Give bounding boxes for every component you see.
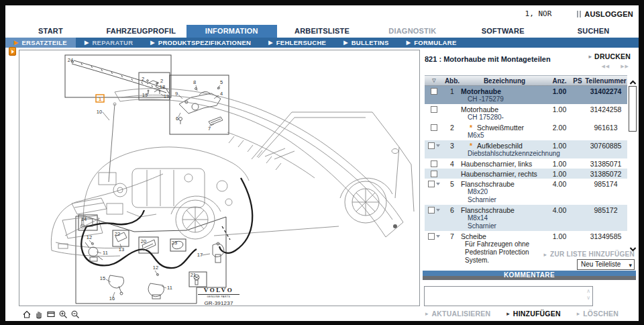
row-part-number: 31402274	[584, 87, 627, 103]
print-arrow-icon: ▸	[589, 53, 592, 60]
action-button-hinzufügen[interactable]: ▸HINZUFÜGEN	[506, 310, 560, 318]
diagram-callout-11: 11	[167, 285, 172, 291]
table-row[interactable]: 5FlanschschraubeM8x20Scharnier4.00985174	[425, 179, 627, 205]
row-name: Haubenscharnier, rechts	[461, 170, 537, 178]
row-select-cell	[425, 180, 443, 204]
subnav-item-formulare[interactable]: ▶FORMULARE	[398, 38, 466, 48]
table-row[interactable]: 6FlanschschraubeM8x14Scharnier4.00985172	[425, 205, 627, 231]
add-to-list-button[interactable]: ▸ ZUR LISTE HINZUFÜGEN	[543, 250, 635, 258]
row-checkbox[interactable]	[431, 106, 437, 113]
table-scrollbar[interactable]	[628, 75, 638, 250]
nav-item-software[interactable]: SOFTWARE	[458, 25, 548, 38]
nav-item-arbeitsliste[interactable]: ARBEITSLISTE	[277, 25, 368, 38]
diagram-callout-8: 8	[193, 79, 196, 85]
subnav-item-label: FEHLERSUCHE	[276, 39, 327, 46]
nav-item-fahrzeugprofil[interactable]: FAHRZEUGPROFIL	[96, 25, 186, 38]
fit-window-icon[interactable]	[46, 309, 56, 319]
pan-hand-icon[interactable]	[34, 309, 44, 319]
row-checkbox[interactable]	[431, 160, 437, 167]
row-qty: 1.00	[548, 170, 571, 178]
logout-button[interactable]: AUSLOGGEN	[577, 10, 633, 18]
row-select-cell	[425, 170, 443, 178]
row-checkbox[interactable]	[431, 171, 437, 177]
nav-item-suchen[interactable]: SUCHEN	[548, 25, 639, 38]
subnav-item-label: REPARATUR	[92, 39, 133, 46]
action-button-löschen[interactable]: ▸LÖSCHEN	[577, 310, 619, 318]
scroll-thumb[interactable]	[629, 86, 637, 132]
table-row[interactable]: 3*AufklebeschildDiebstahlschutzkennzeich…	[425, 140, 627, 158]
zoom-out-icon[interactable]	[70, 309, 80, 319]
add-to-list-label: ZUR LISTE HINZUFÜGEN	[550, 250, 635, 258]
subnav-arrow-icon: ▶	[14, 38, 18, 48]
diagram-callout-15: 15	[100, 275, 105, 281]
diagram-callout-7: 7	[208, 126, 211, 132]
diagram-callout-18: 18	[160, 84, 165, 90]
sort-icon[interactable]: ▽	[425, 78, 443, 83]
row-name: Aufklebeschild	[477, 142, 523, 150]
home-icon[interactable]	[21, 309, 32, 319]
subnav-arrow-icon: ▶	[150, 38, 154, 48]
row-qty: 1.00	[548, 232, 571, 265]
col-header-ps: PS	[571, 77, 584, 85]
volvo-logo: VOLVO GENUINE PARTS GR-391237	[198, 287, 239, 306]
main-nav: STARTFAHRZEUGPROFILINFORMATIONARBEITSLIS…	[5, 25, 639, 38]
table-header: ▽ Abb. Bezeichnung Anz. PS Teilenummer	[425, 75, 627, 86]
table-row[interactable]: Haubenscharnier, rechts1.0031385072	[425, 169, 627, 179]
row-qty: 1.00	[548, 87, 571, 103]
star-icon: *	[470, 124, 472, 132]
row-select-cell	[425, 160, 443, 168]
row-checkbox[interactable]	[431, 88, 437, 95]
diagram-callout-21: 21	[191, 272, 196, 278]
document-icon[interactable]	[9, 47, 16, 56]
nav-item-information[interactable]: INFORMATION	[186, 25, 277, 38]
pager-prev-button[interactable]: ◀◀	[601, 64, 610, 69]
row-checkbox[interactable]	[428, 142, 435, 149]
subnav-item-reparatur[interactable]: ▶REPARATUR	[76, 38, 142, 48]
col-header-name: Bezeichnung	[461, 77, 548, 85]
pager-next-button[interactable]: ▶▶	[621, 64, 629, 69]
nav-item-start[interactable]: START	[5, 25, 96, 38]
row-checkbox[interactable]	[428, 233, 435, 240]
action-button-aktualisieren[interactable]: ▸AKTUALISIEREN	[425, 310, 490, 318]
utility-bar: 1, NOR AUSLOGGEN	[525, 9, 633, 18]
scroll-up-button[interactable]	[629, 77, 637, 83]
nav-item-diagnostik[interactable]: DIAGNOSTIK	[367, 25, 458, 38]
zoom-in-icon[interactable]	[58, 309, 68, 319]
row-subtext: M8x20	[461, 188, 548, 196]
row-name-cell: Haubenscharnier, rechts	[461, 170, 548, 178]
row-checkbox[interactable]	[428, 181, 435, 187]
diagram-callout-23: 23	[172, 240, 177, 246]
parts-list-select[interactable]: Neu Teileliste ▾	[577, 259, 635, 270]
table-row[interactable]: 1MotorhaubeCH -1752791.0031402274	[425, 86, 627, 104]
diagram-viewer[interactable]: 2411022181919985467141211221320231715161…	[19, 50, 420, 306]
row-name: Flanschschraube	[461, 180, 515, 188]
row-ps	[571, 206, 584, 230]
row-abb: 3	[443, 142, 461, 158]
table-row[interactable]: MotorhaubeCH 175280-1.0031424258	[425, 104, 627, 122]
row-select-cell	[425, 142, 443, 158]
print-button[interactable]: ▸ DRUCKEN	[589, 52, 631, 60]
hood-parts-diagram: 2411022181919985467141211221320231715161…	[19, 50, 419, 306]
note-flag-icon	[436, 183, 440, 185]
action-arrow-icon: ▸	[506, 310, 510, 317]
subnav-item-bulletins[interactable]: ▶BULLETINS	[335, 38, 397, 48]
scroll-down-button[interactable]	[629, 243, 637, 250]
chevron-down-icon: ▾	[629, 261, 632, 270]
subnav-arrow-icon: ▶	[85, 38, 89, 48]
table-row[interactable]: 4Haubenscharnier, links1.0031385071	[425, 158, 627, 169]
row-checkbox[interactable]	[428, 207, 435, 214]
row-abb: 1	[443, 87, 461, 103]
subnav-item-fehlersuche[interactable]: ▶FEHLERSUCHE	[260, 38, 335, 48]
row-checkbox[interactable]	[431, 124, 437, 131]
subnav-item-ersatzteile[interactable]: ▶ERSATZTEILE	[5, 38, 76, 48]
comment-input[interactable]	[424, 286, 593, 306]
comments-header: KOMMENTARE	[423, 271, 636, 280]
diagram-callout-14: 14	[81, 216, 87, 222]
col-header-qty: Anz.	[548, 77, 571, 85]
subnav-item-label: BULLETINS	[352, 39, 389, 46]
table-row[interactable]: 2*SchweißmutterM6x52.00961613	[425, 122, 627, 140]
subnav-item-produktspezifikationen[interactable]: ▶PRODUKTSPEZIFIKATIONEN	[142, 38, 260, 48]
row-select-cell	[425, 206, 443, 230]
note-flag-icon	[436, 144, 440, 147]
row-ps	[571, 87, 584, 103]
